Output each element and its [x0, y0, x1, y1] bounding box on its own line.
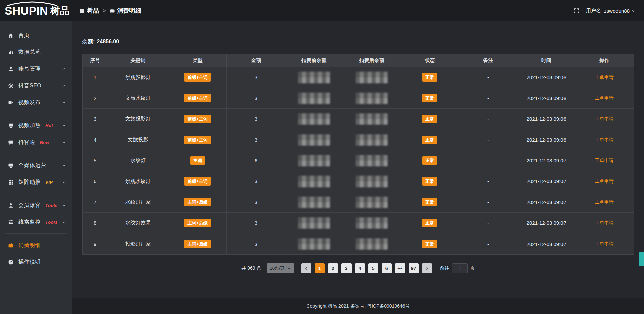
column-header: 类型: [168, 54, 227, 67]
cell-remark: -: [459, 67, 518, 88]
page-button[interactable]: 5: [368, 263, 378, 273]
masked-balance-after: [356, 72, 388, 83]
sidebar-item-help[interactable]: ?操作说明: [0, 254, 72, 270]
sidebar-item-member-burst[interactable]: 会员爆客Tools: [0, 197, 72, 214]
masked-balance-before: [298, 72, 330, 83]
masked-balance-after: [356, 176, 388, 187]
topbar: SHUPIN 树品 树品 > 消费明细 用户名: zswodun88: [0, 0, 644, 21]
sidebar-item-video-publish[interactable]: 视频发布: [0, 94, 72, 111]
cell-balance-after: [342, 171, 401, 192]
type-tag: 主词+后缀: [184, 240, 211, 248]
ticket-apply-link[interactable]: 工单申请: [595, 137, 614, 143]
footer: Copyright 树品 2021 备案号: 粤ICP备09019646号: [72, 298, 644, 314]
member-icon: [7, 203, 14, 208]
masked-balance-before: [298, 155, 330, 166]
sidebar-item-label: 消费明细: [18, 242, 41, 249]
page-button[interactable]: 6: [382, 263, 392, 273]
chevron-down-icon: [62, 100, 66, 105]
cell-type: 主词+后缀: [168, 213, 227, 233]
cell-balance-after: [342, 192, 401, 213]
ticket-apply-link[interactable]: 工单申请: [595, 95, 614, 101]
app-square-icon: [79, 8, 85, 13]
page-button[interactable]: 1: [315, 263, 325, 273]
sidebar-item-media-ops[interactable]: 全媒体运营: [0, 157, 72, 174]
page-button[interactable]: 2: [328, 263, 338, 273]
masked-balance-after: [356, 238, 388, 250]
cell-balance-before: [285, 88, 343, 109]
sidebar-divider: [5, 233, 67, 234]
cell-amount: 3: [227, 213, 285, 233]
ticket-apply-link[interactable]: 工单申请: [595, 220, 614, 226]
page-button[interactable]: 3: [341, 263, 352, 273]
fullscreen-icon[interactable]: [574, 8, 579, 14]
app-logo[interactable]: SHUPIN 树品: [0, 0, 72, 21]
gear-icon: [7, 83, 14, 89]
breadcrumb-item-page[interactable]: 消费明细: [110, 7, 141, 15]
ticket-apply-link[interactable]: 工单申请: [595, 116, 614, 122]
cell-amount: 3: [227, 171, 285, 192]
cell-index: 5: [83, 150, 108, 171]
chevron-down-icon: [62, 163, 66, 168]
ticket-apply-link[interactable]: 工单申请: [595, 241, 614, 247]
status-tag: 正常: [422, 73, 437, 82]
cell-keyword: 景观水纹灯: [108, 171, 169, 192]
cell-balance-before: [285, 109, 343, 129]
sliders-icon: [7, 219, 14, 225]
page-ellipsis-button[interactable]: •••: [395, 263, 405, 273]
ticket-apply-link[interactable]: 工单申请: [595, 178, 614, 185]
cell-balance-before: [285, 171, 343, 192]
sidebar-item-video-heat[interactable]: 视频加热Hot: [0, 117, 72, 134]
table-row: 3文旅投影灯前缀+主词3正常-2021-12-03 09:08工单申请: [83, 109, 634, 129]
chevron-down-icon: [62, 220, 66, 224]
cell-balance-before: [285, 150, 343, 171]
breadcrumb-item-app[interactable]: 树品: [79, 7, 99, 15]
cell-balance-after: [342, 150, 401, 171]
sidebar-item-home[interactable]: 首页: [0, 27, 72, 44]
svg-text:?: ?: [10, 260, 12, 264]
masked-balance-before: [298, 93, 330, 104]
bar-chart-icon: [7, 49, 14, 55]
masked-balance-after: [356, 155, 388, 166]
sidebar-item-data-overview[interactable]: 数据总览: [0, 44, 72, 60]
sidebar-item-badge: Hot: [45, 123, 53, 128]
breadcrumb-label: 消费明细: [117, 7, 141, 15]
user-menu[interactable]: 用户名: zswodun88: [586, 8, 635, 14]
cell-status: 正常: [401, 233, 459, 254]
cell-index: 7: [83, 192, 108, 213]
sidebar-item-clue-monitor[interactable]: 线索监控Tools: [0, 214, 72, 230]
cell-time: 2021-12-03 09:08: [518, 109, 575, 129]
sidebar-item-label: 操作说明: [18, 259, 41, 266]
floating-widget[interactable]: [639, 252, 644, 266]
masked-balance-before: [298, 217, 330, 229]
page-button[interactable]: 4: [355, 263, 365, 273]
prev-page-button[interactable]: [301, 263, 311, 273]
cell-action: 工单申请: [575, 88, 634, 109]
ticket-apply-link[interactable]: 工单申请: [595, 199, 614, 205]
sidebar-item-consumption[interactable]: 消费明细: [0, 237, 72, 254]
sidebar-item-douketong[interactable]: 抖客通New: [0, 134, 72, 151]
masked-balance-before: [298, 238, 330, 250]
balance-label: 余额:: [82, 39, 95, 44]
ticket-apply-link[interactable]: 工单申请: [595, 74, 614, 81]
ticket-apply-link[interactable]: 工单申请: [595, 158, 614, 164]
cell-remark: -: [459, 233, 518, 254]
next-page-button[interactable]: [422, 263, 432, 273]
cell-status: 正常: [401, 88, 459, 109]
column-header: 序号: [83, 54, 108, 67]
goto-page-input[interactable]: [452, 263, 468, 273]
masked-balance-after: [356, 217, 388, 229]
status-tag: 正常: [422, 156, 437, 165]
logo-text-en: SHUPIN: [5, 5, 48, 16]
table-row: 4文旅投影前缀+主词3正常-2021-12-03 09:08工单申请: [83, 129, 634, 150]
sidebar-item-douyin-seo[interactable]: 抖音SEO: [0, 77, 72, 94]
sidebar-item-account-manage[interactable]: 账号管理: [0, 60, 72, 77]
cell-amount: 3: [227, 109, 285, 129]
sidebar-item-matrix-boost[interactable]: 矩阵助推VIP: [0, 174, 72, 191]
cell-action: 工单申请: [575, 171, 634, 192]
page-button[interactable]: 97: [409, 263, 419, 273]
table-header-row: 序号关键词类型金额扣费前余额扣费后余额状态备注时间操作: [83, 54, 634, 67]
cell-balance-after: [342, 129, 401, 150]
type-tag: 前缀+主词: [184, 115, 211, 123]
page-size-select[interactable]: 10条/页: [267, 263, 294, 273]
table-row: 5水纹灯主词6正常-2021-12-03 09:07工单申请: [83, 150, 634, 171]
